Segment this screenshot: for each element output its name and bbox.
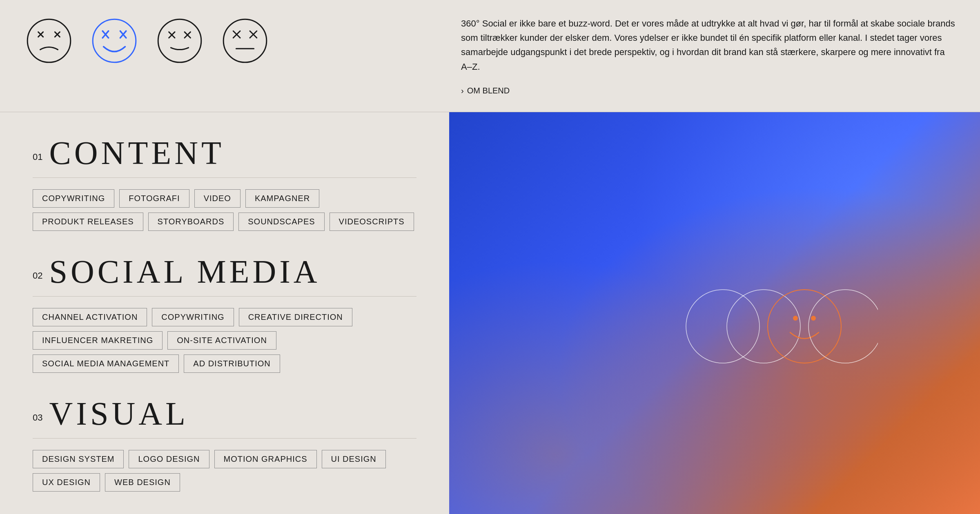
- top-description-text: 360° Social er ikke bare et buzz-word. D…: [461, 16, 956, 74]
- visual-divider: [33, 438, 416, 439]
- svg-point-26: [808, 290, 878, 363]
- social-title: SOCIAL MEDIA: [49, 255, 320, 288]
- right-panel: [449, 112, 980, 514]
- svg-point-25: [811, 316, 816, 321]
- content-title: CONTENT: [49, 137, 224, 169]
- content-title-row: 01 CONTENT: [33, 137, 416, 169]
- visual-number: 03: [33, 412, 42, 423]
- tag-storyboards: STORYBOARDS: [148, 213, 234, 231]
- tag-soundscapes: SOUNDSCAPES: [238, 213, 324, 231]
- tag-fotografi: FOTOGRAFI: [119, 189, 189, 208]
- svg-point-21: [686, 290, 760, 363]
- blue-gradient-image: [449, 112, 980, 514]
- tag-produkt-releases: PRODUKT RELEASES: [33, 213, 143, 231]
- svg-point-24: [793, 316, 798, 321]
- tag-ui-design: UI DESIGN: [322, 450, 386, 468]
- tag-copywriting-1: COPYWRITING: [33, 189, 114, 208]
- services-panel: 01 CONTENT COPYWRITING FOTOGRAFI VIDEO K…: [0, 112, 449, 514]
- tag-video: VIDEO: [194, 189, 241, 208]
- content-number: 01: [33, 152, 42, 162]
- tag-channel-activation: CHANNEL ACTIVATION: [33, 308, 147, 326]
- tag-kampagner: KAMPAGNER: [245, 189, 319, 208]
- tag-on-site-activation: ON-SITE ACTIVATION: [167, 331, 276, 350]
- service-content: 01 CONTENT COPYWRITING FOTOGRAFI VIDEO K…: [33, 137, 416, 231]
- svg-point-15: [223, 19, 267, 62]
- svg-point-5: [93, 19, 136, 62]
- content-tags: COPYWRITING FOTOGRAFI VIDEO KAMPAGNER PR…: [33, 189, 416, 231]
- emoji-face-1: [24, 16, 74, 65]
- emoji-face-4: [220, 16, 270, 65]
- tag-creative-direction: CREATIVE DIRECTION: [239, 308, 352, 326]
- social-title-row: 02 SOCIAL MEDIA: [33, 255, 416, 288]
- tag-social-media-management: SOCIAL MEDIA MANAGEMENT: [33, 354, 179, 373]
- main-section: 01 CONTENT COPYWRITING FOTOGRAFI VIDEO K…: [0, 112, 980, 514]
- smiley-group: [674, 265, 878, 388]
- emoji-face-3: [155, 16, 204, 65]
- tag-videoscripts: VIDEOSCRIPTS: [330, 213, 414, 231]
- svg-point-0: [27, 19, 71, 62]
- tag-motion-graphics: MOTION GRAPHICS: [214, 450, 317, 468]
- visual-tags: DESIGN SYSTEM LOGO DESIGN MOTION GRAPHIC…: [33, 450, 416, 492]
- top-description-block: 360° Social er ikke bare et buzz-word. D…: [461, 12, 956, 95]
- visual-title-row: 03 VISUAL: [33, 397, 416, 430]
- tag-logo-design: LOGO DESIGN: [129, 450, 209, 468]
- social-tags: CHANNEL ACTIVATION COPYWRITING CREATIVE …: [33, 308, 416, 373]
- service-visual: 03 VISUAL DESIGN SYSTEM LOGO DESIGN MOTI…: [33, 397, 416, 492]
- tag-ux-design: UX DESIGN: [33, 473, 100, 492]
- top-section: 360° Social er ikke bare et buzz-word. D…: [0, 0, 980, 112]
- tag-web-design: WEB DESIGN: [105, 473, 180, 492]
- tag-influencer-makreting: INFLUENCER MAKRETING: [33, 331, 163, 350]
- service-social-media: 02 SOCIAL MEDIA CHANNEL ACTIVATION COPYW…: [33, 255, 416, 373]
- svg-point-10: [158, 19, 201, 62]
- content-divider: [33, 177, 416, 178]
- tag-design-system: DESIGN SYSTEM: [33, 450, 124, 468]
- svg-point-23: [768, 290, 841, 363]
- emoji-face-2-active: [90, 16, 139, 65]
- emoji-row: [24, 12, 437, 65]
- tag-copywriting-2: COPYWRITING: [152, 308, 234, 326]
- svg-point-22: [727, 290, 800, 363]
- social-divider: [33, 296, 416, 297]
- social-number: 02: [33, 270, 42, 281]
- tag-ad-distribution: AD DISTRIBUTION: [184, 354, 280, 373]
- om-blend-label: OM BLEND: [467, 86, 510, 95]
- chevron-icon: ›: [461, 86, 464, 95]
- om-blend-link[interactable]: › OM BLEND: [461, 86, 956, 95]
- visual-title: VISUAL: [49, 397, 188, 430]
